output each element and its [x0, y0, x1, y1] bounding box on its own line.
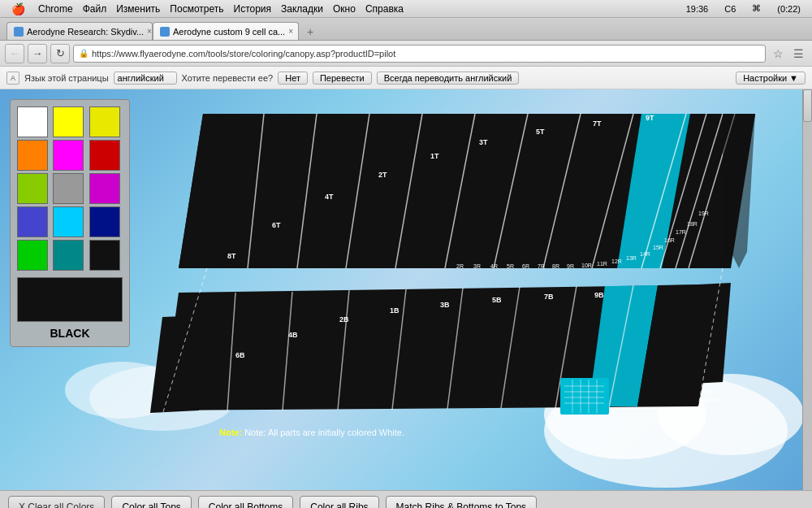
- menu-chrome[interactable]: Chrome: [38, 3, 73, 15]
- label-1b: 1B: [390, 306, 400, 315]
- os-menubar: 🍎 Chrome Файл Изменить Посмотреть Истори…: [0, 0, 812, 18]
- label-16r: 16R: [664, 237, 675, 243]
- label-2s: 2S: [705, 389, 713, 396]
- back-button[interactable]: ←: [5, 44, 24, 63]
- menu-file[interactable]: Файл: [83, 3, 107, 15]
- color-swatch-5[interactable]: [89, 140, 120, 171]
- tab-2-close[interactable]: ×: [288, 27, 293, 36]
- tab-bar: Aerodyne Research: Skydiv... × Aerodyne …: [0, 18, 812, 41]
- label-4r: 4R: [490, 263, 498, 269]
- label-11r: 11R: [597, 261, 607, 267]
- label-14r: 14R: [640, 251, 650, 257]
- label-7b: 7B: [544, 293, 554, 301]
- menu-history[interactable]: История: [234, 3, 272, 15]
- color-swatch-3[interactable]: [17, 140, 48, 171]
- selected-color-preview: [17, 277, 123, 322]
- label-6t: 6T: [272, 221, 281, 229]
- label-5t: 5T: [536, 128, 545, 136]
- label-1s: 1S: [154, 421, 162, 423]
- stabilizer-1s[interactable]: [150, 315, 207, 413]
- note-label: Note:: [219, 428, 242, 437]
- color-swatch-4[interactable]: [53, 140, 84, 171]
- label-2r: 2R: [456, 263, 464, 269]
- translate-bar: A Язык этой страницы английский Хотите п…: [0, 67, 812, 89]
- canopy-svg: 8T 6T 4T 2T 1T 3T 5T 7T 9T 19R 18R 17R 1…: [138, 106, 771, 423]
- label-8t: 8T: [227, 252, 236, 260]
- label-18r: 18R: [687, 221, 698, 227]
- bookmark-button[interactable]: ☆: [769, 45, 787, 63]
- label-7r: 7R: [538, 263, 545, 269]
- nav-bar: ← → ↻ 🔒 https://www.flyaerodyne.com/tool…: [0, 41, 812, 67]
- label-9b: 9B: [594, 291, 604, 299]
- address-bar[interactable]: 🔒 https://www.flyaerodyne.com/tools/stor…: [73, 45, 766, 63]
- color-swatch-10[interactable]: [53, 206, 84, 237]
- menu-window[interactable]: Окно: [333, 3, 356, 15]
- label-slider: Slider: [572, 420, 594, 423]
- translate-page-icon: A: [6, 72, 19, 85]
- tab-1[interactable]: Aerodyne Research: Skydiv... ×: [6, 22, 153, 40]
- language-select[interactable]: английский: [114, 72, 177, 85]
- label-3r: 3R: [473, 263, 481, 269]
- color-swatch-7[interactable]: [53, 173, 84, 204]
- os-time: 19:36: [686, 4, 709, 14]
- color-swatch-11[interactable]: [89, 206, 120, 237]
- color-swatch-6[interactable]: [17, 173, 48, 204]
- color-swatch-9[interactable]: [17, 206, 48, 237]
- color-swatch-1[interactable]: [53, 106, 84, 137]
- tab-2-label: Aerodyne custom 9 cell ca...: [173, 27, 285, 37]
- address-text: https://www.flyaerodyne.com/tools/store/…: [92, 49, 760, 59]
- color-swatch-13[interactable]: [53, 240, 84, 271]
- browser-menu-button[interactable]: ☰: [789, 45, 807, 63]
- label-1t: 1T: [430, 152, 439, 160]
- label-8r: 8R: [552, 263, 559, 269]
- no-translate-button[interactable]: Нет: [278, 72, 308, 85]
- note-body: Note: All parts are initially colored Wh…: [244, 428, 404, 437]
- clear-all-colors-button[interactable]: X Clear all Colors: [8, 496, 105, 509]
- ssl-lock-icon: 🔒: [79, 49, 89, 58]
- color-swatch-12[interactable]: [17, 240, 48, 271]
- forward-button[interactable]: →: [28, 44, 47, 63]
- label-12r: 12R: [611, 258, 622, 264]
- menu-bookmarks[interactable]: Закладки: [281, 3, 323, 15]
- label-3b: 3B: [440, 301, 450, 309]
- color-all-bottoms-button[interactable]: Color all Bottoms: [198, 496, 293, 509]
- tab-1-close[interactable]: ×: [147, 27, 152, 36]
- label-13r: 13R: [626, 255, 637, 261]
- tab-2-favicon: [160, 27, 170, 37]
- label-10r: 10R: [581, 263, 592, 268]
- match-ribs-bottoms-tops-button[interactable]: Match Ribs & Bottoms to Tops: [386, 496, 538, 509]
- color-swatch-0[interactable]: [17, 106, 48, 137]
- color-all-tops-button[interactable]: Color all Tops: [111, 496, 191, 509]
- label-19r: 19R: [698, 211, 709, 216]
- canopy-area: 8T 6T 4T 2T 1T 3T 5T 7T 9T 19R 18R 17R 1…: [138, 98, 804, 441]
- new-tab-button[interactable]: +: [302, 24, 318, 40]
- os-sound: (0:22): [777, 4, 801, 14]
- label-15r: 15R: [653, 245, 663, 250]
- translate-settings-arrow: ▼: [789, 73, 798, 83]
- color-grid: [17, 106, 123, 271]
- slider[interactable]: [560, 378, 609, 415]
- label-4t: 4T: [325, 193, 334, 201]
- right-scrollbar[interactable]: [802, 89, 812, 490]
- refresh-button[interactable]: ↻: [50, 44, 70, 63]
- always-translate-button[interactable]: Всегда переводить английский: [377, 72, 520, 85]
- apple-menu[interactable]: 🍎: [11, 2, 25, 15]
- menu-view[interactable]: Посмотреть: [170, 3, 223, 15]
- translate-settings-button[interactable]: Настройки ▼: [736, 72, 806, 85]
- label-5r: 5R: [507, 263, 514, 269]
- label-9t: 9T: [646, 114, 654, 122]
- menu-help[interactable]: Справка: [365, 3, 404, 15]
- color-swatch-14[interactable]: [89, 240, 120, 271]
- label-4b: 4B: [288, 331, 298, 339]
- label-7t: 7T: [593, 119, 602, 128]
- tab-2[interactable]: Aerodyne custom 9 cell ca... ×: [153, 22, 299, 40]
- translate-button[interactable]: Перевести: [313, 72, 372, 85]
- os-battery: С6: [724, 4, 736, 14]
- color-swatch-2[interactable]: [89, 106, 120, 137]
- nav-actions: ☆ ☰: [769, 45, 807, 63]
- label-9r: 9R: [567, 263, 574, 269]
- menu-edit[interactable]: Изменить: [116, 3, 160, 15]
- color-all-ribs-button[interactable]: Color all Ribs: [300, 496, 378, 509]
- color-swatch-8[interactable]: [89, 173, 120, 204]
- scrollbar-thumb[interactable]: [803, 89, 812, 122]
